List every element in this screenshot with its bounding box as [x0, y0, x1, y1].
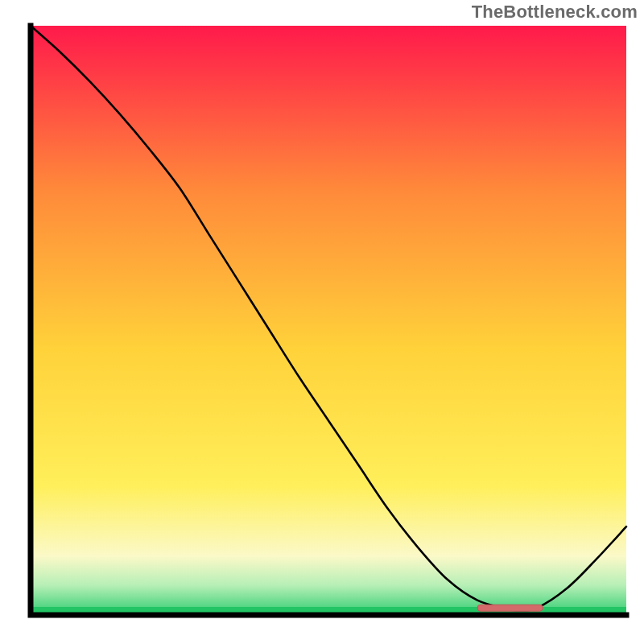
optimal-range-marker: [477, 605, 543, 611]
chart-frame: TheBottleneck.com: [0, 0, 644, 644]
plot-area: [14, 23, 630, 630]
chart-svg: [14, 23, 630, 630]
watermark-text: TheBottleneck.com: [472, 2, 638, 23]
